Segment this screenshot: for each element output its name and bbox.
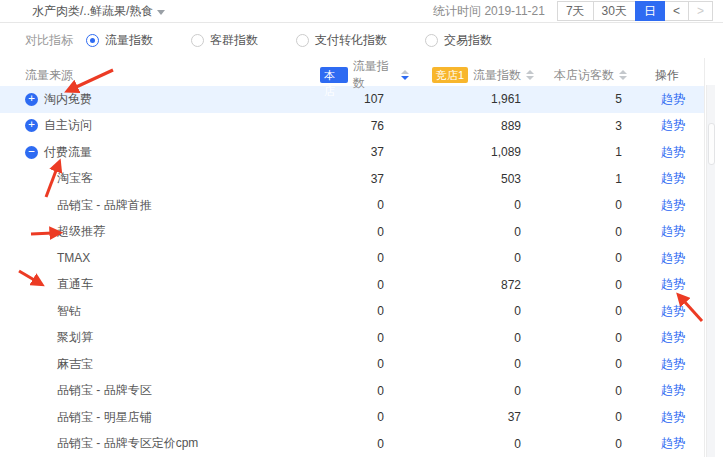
source-name: 品销宝 - 品牌专区定价cpm bbox=[57, 435, 198, 452]
category-selector-label: 水产肉类/..鲜蔬果/熟食 bbox=[32, 3, 153, 20]
range-7d-button[interactable]: 7天 bbox=[557, 1, 594, 21]
own-index-cell: 37 bbox=[304, 172, 409, 186]
trend-link[interactable]: 趋势 bbox=[661, 383, 685, 397]
trend-link[interactable]: 趋势 bbox=[661, 304, 685, 318]
own-index-cell: 0 bbox=[304, 278, 409, 292]
action-cell: 趋势 bbox=[654, 197, 704, 214]
stat-date: 2019-11-21 bbox=[484, 4, 545, 18]
stat-time: 统计时间 2019-11-21 bbox=[433, 3, 545, 20]
action-cell: 趋势 bbox=[654, 303, 704, 320]
rival-index-cell: 0 bbox=[409, 304, 549, 318]
trend-link[interactable]: 趋势 bbox=[661, 118, 685, 132]
action-cell: 趋势 bbox=[654, 170, 704, 187]
source-name: 品销宝 - 品牌首推 bbox=[57, 197, 152, 214]
compare-metric-label: 对比指标 bbox=[25, 32, 73, 49]
visitors-cell: 0 bbox=[549, 437, 654, 451]
prev-day-button[interactable]: < bbox=[664, 1, 689, 21]
own-index-cell: 0 bbox=[304, 251, 409, 265]
source-cell: 直通车 bbox=[0, 276, 304, 293]
col-own-index-header[interactable]: 本店 流量指数 bbox=[304, 58, 409, 92]
source-cell: +自主访问 bbox=[0, 117, 304, 134]
radio-customer-index[interactable]: 客群指数 bbox=[191, 32, 258, 49]
expand-icon[interactable]: + bbox=[25, 93, 38, 106]
rival-index-cell: 0 bbox=[409, 384, 549, 398]
rival-index-cell: 0 bbox=[409, 198, 549, 212]
source-name: 淘宝客 bbox=[57, 170, 93, 187]
source-cell: 品销宝 - 品牌专区定价cpm bbox=[0, 435, 304, 452]
trend-link[interactable]: 趋势 bbox=[661, 410, 685, 424]
rival-shop-badge: 竞店1 bbox=[432, 67, 468, 83]
table-row: 麻吉宝000趋势 bbox=[0, 351, 704, 378]
visitors-cell: 0 bbox=[549, 384, 654, 398]
col-visitors-header[interactable]: 本店访客数 bbox=[549, 67, 654, 84]
trend-link[interactable]: 趋势 bbox=[661, 198, 685, 212]
expand-icon[interactable]: + bbox=[25, 119, 38, 132]
radio-label: 交易指数 bbox=[444, 32, 492, 49]
rival-index-cell: 1,961 bbox=[409, 92, 549, 106]
traffic-source-table: 流量来源 本店 流量指数 竞店1 流量指数 本店访客数 操作 +淘内免费1071… bbox=[0, 58, 705, 457]
table-row: 直通车08720趋势 bbox=[0, 272, 704, 299]
action-cell: 趋势 bbox=[654, 223, 704, 240]
col-source-header: 流量来源 bbox=[0, 67, 304, 84]
source-name: 直通车 bbox=[57, 276, 93, 293]
trend-link[interactable]: 趋势 bbox=[661, 224, 685, 238]
rival-index-cell: 0 bbox=[409, 251, 549, 265]
sort-icon[interactable] bbox=[526, 70, 534, 80]
table-row: 品销宝 - 品牌专区000趋势 bbox=[0, 378, 704, 405]
table-row: 淘宝客375031趋势 bbox=[0, 166, 704, 193]
rival-index-cell: 1,089 bbox=[409, 145, 549, 159]
trend-link[interactable]: 趋势 bbox=[661, 357, 685, 371]
source-cell: 超级推荐 bbox=[0, 223, 304, 240]
collapse-icon[interactable]: − bbox=[25, 146, 38, 159]
radio-label: 客群指数 bbox=[210, 32, 258, 49]
top-bar: 水产肉类/..鲜蔬果/熟食 统计时间 2019-11-21 7天 30天 日 <… bbox=[0, 0, 723, 23]
trend-link[interactable]: 趋势 bbox=[661, 145, 685, 159]
table-row: 智钻000趋势 bbox=[0, 298, 704, 325]
visitors-cell: 5 bbox=[549, 92, 654, 106]
source-cell: 品销宝 - 明星店铺 bbox=[0, 409, 304, 426]
source-name: 超级推荐 bbox=[57, 223, 105, 240]
vertical-scrollbar[interactable] bbox=[706, 85, 715, 457]
source-cell: 品销宝 - 品牌专区 bbox=[0, 382, 304, 399]
next-day-button[interactable]: > bbox=[688, 1, 713, 21]
trend-link[interactable]: 趋势 bbox=[661, 436, 685, 450]
own-index-cell: 0 bbox=[304, 304, 409, 318]
visitors-cell: 0 bbox=[549, 198, 654, 212]
source-cell: 聚划算 bbox=[0, 329, 304, 346]
source-cell: 麻吉宝 bbox=[0, 356, 304, 373]
trend-link[interactable]: 趋势 bbox=[661, 277, 685, 291]
trend-link[interactable]: 趋势 bbox=[661, 92, 685, 106]
visitors-cell: 3 bbox=[549, 119, 654, 133]
sort-icon[interactable] bbox=[401, 70, 409, 80]
action-cell: 趋势 bbox=[654, 435, 704, 452]
radio-icon bbox=[296, 34, 309, 47]
action-cell: 趋势 bbox=[654, 356, 704, 373]
sort-icon[interactable] bbox=[619, 70, 627, 80]
rival-index-cell: 0 bbox=[409, 331, 549, 345]
col-rival-index-header[interactable]: 竞店1 流量指数 bbox=[409, 67, 549, 84]
trend-link[interactable]: 趋势 bbox=[661, 171, 685, 185]
traffic-source-analysis-page: 水产肉类/..鲜蔬果/熟食 统计时间 2019-11-21 7天 30天 日 <… bbox=[0, 0, 723, 457]
own-index-cell: 76 bbox=[304, 119, 409, 133]
rival-index-cell: 872 bbox=[409, 278, 549, 292]
radio-conversion-index[interactable]: 支付转化指数 bbox=[296, 32, 387, 49]
range-day-button[interactable]: 日 bbox=[635, 1, 665, 21]
radio-trade-index[interactable]: 交易指数 bbox=[425, 32, 492, 49]
action-cell: 趋势 bbox=[654, 276, 704, 293]
source-cell: +淘内免费 bbox=[0, 91, 304, 108]
trend-link[interactable]: 趋势 bbox=[661, 330, 685, 344]
range-30d-button[interactable]: 30天 bbox=[593, 1, 636, 21]
radio-traffic-index[interactable]: 流量指数 bbox=[86, 32, 153, 49]
table-row: +自主访问768893趋势 bbox=[0, 113, 704, 140]
visitors-cell: 0 bbox=[549, 251, 654, 265]
source-cell: −付费流量 bbox=[0, 144, 304, 161]
table-row: 品销宝 - 品牌专区定价cpm000趋势 bbox=[0, 431, 704, 457]
radio-icon bbox=[425, 34, 438, 47]
category-selector[interactable]: 水产肉类/..鲜蔬果/熟食 bbox=[32, 3, 165, 20]
rival-index-cell: 0 bbox=[409, 437, 549, 451]
rival-index-cell: 0 bbox=[409, 357, 549, 371]
scrollbar-thumb[interactable] bbox=[708, 123, 715, 165]
rival-index-cell: 37 bbox=[409, 410, 549, 424]
trend-link[interactable]: 趋势 bbox=[661, 251, 685, 265]
own-index-cell: 0 bbox=[304, 437, 409, 451]
